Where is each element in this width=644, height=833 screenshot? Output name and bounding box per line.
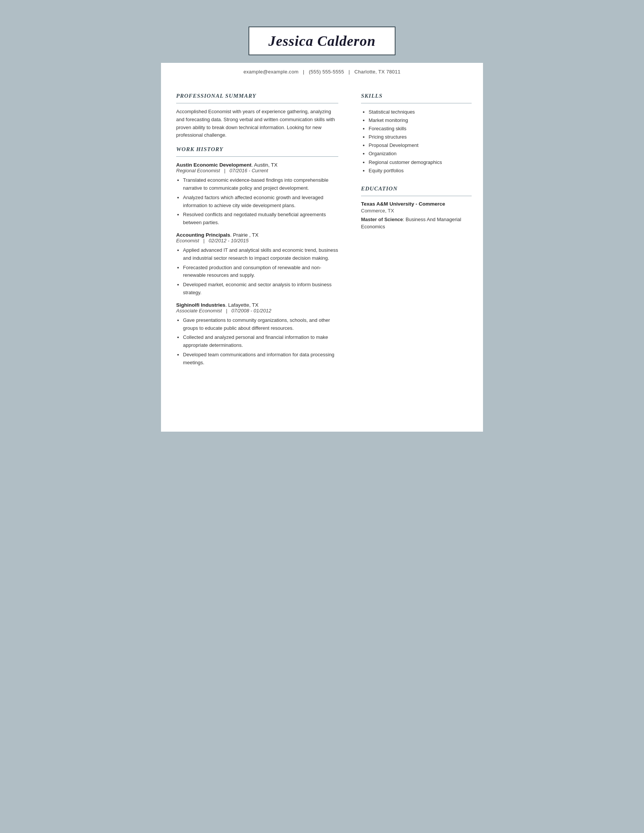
job-1-title-line: Regional Economist | 07/2016 - Current <box>176 168 338 174</box>
summary-divider <box>176 103 338 103</box>
job-1: Austin Economic Development. Austin, TX … <box>176 162 338 227</box>
edu-degree: Master of Science: Business And Manageri… <box>361 216 472 231</box>
header-band: Jessica Calderon <box>161 15 483 63</box>
list-item: Proposal Development <box>369 141 472 150</box>
work-history-section: WORK HISTORY Austin Economic Development… <box>176 146 338 367</box>
list-item: Translated economic evidence-based findi… <box>183 177 338 192</box>
list-item: Resolved conflicts and negotiated mutual… <box>183 211 338 227</box>
content-area: PROFESSIONAL SUMMARY Accomplished Econom… <box>161 82 483 381</box>
summary-text: Accomplished Economist with years of exp… <box>176 108 338 139</box>
education-title: EDUCATION <box>361 185 472 192</box>
phone: (555) 555-5555 <box>309 69 344 75</box>
list-item: Applied advanced IT and analytical skill… <box>183 246 338 262</box>
list-item: Collected and analyzed personal and fina… <box>183 334 338 349</box>
list-item: Regional customer demographics <box>369 158 472 167</box>
list-item: Forecasted production and consumption of… <box>183 264 338 280</box>
list-item: Gave presentations to community organiza… <box>183 317 338 333</box>
candidate-name: Jessica Calderon <box>268 33 375 49</box>
skills-list: Statistical techniques Market monitoring… <box>361 108 472 175</box>
list-item: Organization <box>369 150 472 158</box>
job-2: Accounting Principals. Prairie , TX Econ… <box>176 232 338 297</box>
job-2-bullets: Applied advanced IT and analytical skill… <box>176 246 338 297</box>
education-divider <box>361 196 472 196</box>
list-item: Equity portfolios <box>369 167 472 175</box>
degree-label: Master of Science <box>361 217 403 222</box>
job-3-company: Sighinolfi Industries. Lafayette, TX <box>176 302 338 308</box>
list-item: Market monitoring <box>369 116 472 125</box>
professional-summary-title: PROFESSIONAL SUMMARY <box>176 93 338 99</box>
edu-city: Commerce, TX <box>361 208 472 214</box>
job-1-bullets: Translated economic evidence-based findi… <box>176 177 338 227</box>
contact-bar: example@example.com | (555) 555-5555 | C… <box>161 63 483 82</box>
skills-title: SKILLS <box>361 93 472 99</box>
edu-entry-1: Texas A&M University - Commerce Commerce… <box>361 201 472 231</box>
job-3: Sighinolfi Industries. Lafayette, TX Ass… <box>176 302 338 367</box>
job-3-bullets: Gave presentations to community organiza… <box>176 317 338 367</box>
right-column: SKILLS Statistical techniques Market mon… <box>353 86 472 369</box>
email: example@example.com <box>243 69 298 75</box>
education-section: EDUCATION Texas A&M University - Commerc… <box>361 185 472 231</box>
skills-section: SKILLS Statistical techniques Market mon… <box>361 93 472 175</box>
job-2-company: Accounting Principals. Prairie , TX <box>176 232 338 238</box>
list-item: Forecasting skills <box>369 125 472 133</box>
name-box: Jessica Calderon <box>248 26 395 55</box>
job-3-title-line: Associate Economist | 07/2008 - 01/2012 <box>176 308 338 314</box>
work-history-title: WORK HISTORY <box>176 146 338 153</box>
list-item: Analyzed factors which affected economic… <box>183 194 338 210</box>
list-item: Pricing structures <box>369 133 472 141</box>
work-history-divider <box>176 156 338 157</box>
professional-summary-section: PROFESSIONAL SUMMARY Accomplished Econom… <box>176 93 338 139</box>
edu-school: Texas A&M University - Commerce <box>361 201 472 208</box>
list-item: Developed team communications and inform… <box>183 351 338 367</box>
skills-divider <box>361 103 472 103</box>
resume-page: Jessica Calderon example@example.com | (… <box>161 15 483 432</box>
left-column: PROFESSIONAL SUMMARY Accomplished Econom… <box>176 86 353 369</box>
list-item: Developed market, economic and sector an… <box>183 281 338 297</box>
job-1-company: Austin Economic Development. Austin, TX <box>176 162 338 168</box>
location: Charlotte, TX 78011 <box>354 69 401 75</box>
job-2-title-line: Economist | 02/2012 - 10/2015 <box>176 238 338 243</box>
list-item: Statistical techniques <box>369 108 472 116</box>
